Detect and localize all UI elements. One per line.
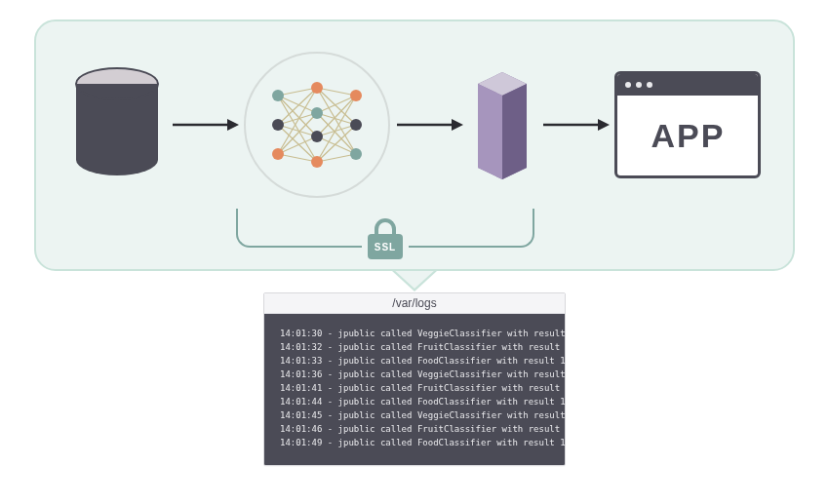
svg-line-15 (278, 154, 317, 162)
database-node (68, 66, 166, 183)
svg-marker-45 (598, 119, 610, 131)
ssl-bracket: SSL (236, 199, 534, 248)
svg-point-31 (311, 82, 323, 94)
log-line: 14:01:32 - jpublic called FruitClassifie… (280, 341, 549, 355)
window-dot-icon (636, 82, 642, 88)
svg-point-33 (311, 131, 323, 142)
ssl-label: SSL (375, 242, 396, 252)
svg-point-35 (350, 90, 362, 101)
lock-body-icon: SSL (368, 234, 403, 259)
arrow-2 (395, 115, 463, 135)
window-dot-icon (625, 82, 631, 88)
log-line: 14:01:45 - jpublic called VeggieClassifi… (280, 409, 549, 423)
bubble-tail (393, 269, 436, 289)
log-line: 14:01:36 - jpublic called VeggieClassifi… (280, 368, 549, 382)
log-line: 14:01:41 - jpublic called FruitClassifie… (280, 382, 549, 396)
application-node: APP (614, 71, 761, 178)
svg-marker-43 (478, 84, 502, 179)
ssl-line-right (409, 209, 534, 248)
server-node (468, 66, 536, 183)
svg-point-34 (311, 156, 323, 168)
svg-point-30 (272, 148, 284, 160)
ssl-line-left (236, 209, 362, 248)
svg-marker-3 (227, 119, 239, 131)
terminal-window: /var/logs 14:01:30 - jpublic called Vegg… (263, 292, 566, 466)
svg-point-37 (350, 148, 362, 160)
neural-network-circle (244, 52, 390, 198)
log-line: 14:01:46 - jpublic called FruitClassifie… (280, 423, 549, 437)
window-dot-icon (647, 82, 652, 88)
terminal-body: 14:01:30 - jpublic called VeggieClassifi… (264, 314, 565, 465)
svg-marker-39 (452, 119, 463, 131)
log-line: 14:01:49 - jpublic called FoodClassifier… (280, 437, 549, 450)
lock-icon: SSL (362, 218, 409, 259)
pipeline-container: APP SSL (34, 19, 795, 271)
svg-line-16 (317, 88, 356, 96)
log-line: 14:01:30 - jpublic called VeggieClassifi… (280, 328, 549, 341)
svg-point-32 (311, 107, 323, 119)
neural-network-node (244, 52, 390, 198)
lock-shackle-icon (375, 218, 396, 234)
app-body: APP (617, 96, 758, 175)
svg-marker-42 (502, 84, 527, 179)
svg-point-29 (272, 119, 284, 131)
svg-point-36 (350, 119, 362, 131)
log-line: 14:01:44 - jpublic called FoodClassifier… (280, 396, 549, 409)
svg-line-4 (278, 88, 317, 96)
log-line: 14:01:33 - jpublic called FoodClassifier… (280, 355, 549, 368)
app-label: APP (651, 117, 725, 155)
pipeline-row: APP (36, 57, 793, 193)
terminal-title: /var/logs (264, 293, 565, 314)
arrow-1 (171, 115, 239, 135)
app-titlebar (617, 74, 758, 96)
diagram-bubble: APP SSL (34, 19, 795, 271)
app-window: APP (614, 71, 761, 178)
svg-line-27 (317, 154, 356, 162)
svg-point-28 (272, 90, 284, 101)
arrow-3 (541, 115, 610, 135)
